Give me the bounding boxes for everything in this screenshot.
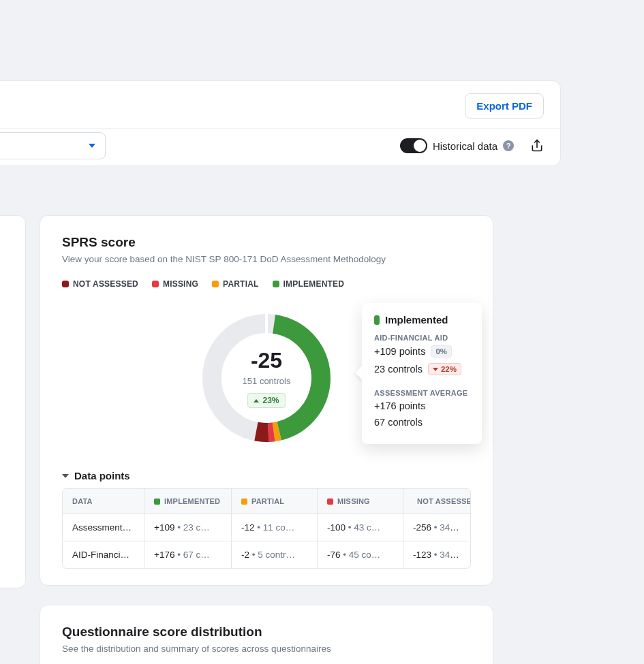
tooltip-pct-chip: 22% [428,363,461,375]
th-missing: MISSING [318,489,403,513]
header-dot-icon [327,499,333,505]
legend-partial: PARTIAL [212,279,259,289]
tooltip-group-label: ASSESSMENT AVERAGE [374,389,470,397]
th-not-assessed: NOT ASSESSED [403,489,470,513]
legend-dot-icon [62,281,69,287]
tooltip-points: +109 points [374,346,425,357]
sprs-card: SPRS score View your score based on the … [40,215,493,586]
legend-implemented: IMPLEMENTED [273,279,345,289]
legend-not-assessed: NOT ASSESSED [62,279,138,289]
td-not-assessed: -123 • 34 c… [403,541,470,568]
th-implemented: IMPLEMENTED [144,489,232,513]
card-title: Questionnaire score distribution [62,625,471,639]
tooltip-pct-chip: 0% [431,345,452,358]
tooltip-controls: 67 controls [374,417,423,428]
legend-missing: MISSING [152,279,198,289]
donut-center: -25 151 controls 23% [196,307,337,449]
td-partial: -12 • 11 co… [232,514,318,541]
header-dot-icon [154,499,160,505]
toggle-knob [414,140,426,152]
table-row[interactable]: AID-Financi… +176 • 67 c… -2 • 5 contr… … [63,541,470,568]
help-icon[interactable]: ? [503,140,514,151]
historical-data-label: Historical data [433,140,497,152]
historical-data-toggle[interactable] [400,138,427,153]
score-sub: 151 controls [243,376,291,386]
header-dot-icon [241,499,247,505]
td-not-assessed: -256 • 340… [403,514,470,541]
card-title: SPRS score [62,235,471,250]
donut-chart: -25 151 controls 23% [196,307,337,449]
filter-select[interactable] [0,132,106,159]
th-data: DATA [63,489,144,513]
td-missing: -76 • 45 co… [318,541,403,568]
score-value: -25 [251,348,282,373]
legend: NOT ASSESSED MISSING PARTIAL IMPLEMENTED [62,279,471,289]
tooltip-controls: 23 controls [374,364,423,375]
table-row[interactable]: Assessment… +109 • 23 c… -12 • 11 co… -1… [63,514,470,541]
tooltip-group-label: AID-FINANCIAL AID [374,334,470,342]
export-pdf-button[interactable]: Export PDF [465,93,544,118]
top-panel: Export PDF Historical data ? [0,80,561,166]
td-implemented: +109 • 23 c… [144,514,232,541]
card-subtitle: See the distribution and summary of scor… [62,644,471,654]
tooltip-dot-icon [374,315,380,325]
td-data: Assessment… [63,514,144,541]
td-partial: -2 • 5 contr… [232,541,318,568]
card-subtitle: View your score based on the NIST SP 800… [62,254,471,264]
td-data: AID-Financi… [63,541,144,568]
data-points-table: DATA IMPLEMENTED PARTIAL MISSING NOT ASS… [62,488,471,569]
left-partial-card: SON [0,215,26,588]
legend-dot-icon [212,281,219,287]
legend-dot-icon [273,281,279,287]
td-missing: -100 • 43 c… [318,514,403,541]
caret-down-icon [62,474,69,478]
tooltip-title: Implemented [374,314,470,326]
questionnaire-card: Questionnaire score distribution See the… [40,605,493,664]
th-partial: PARTIAL [232,489,318,513]
share-icon[interactable] [530,139,544,153]
table-header: DATA IMPLEMENTED PARTIAL MISSING NOT ASS… [63,489,470,514]
data-points-toggle[interactable]: Data points [62,470,471,481]
legend-dot-icon [152,281,159,287]
td-implemented: +176 • 67 c… [144,541,232,568]
chevron-down-icon [89,144,95,148]
trend-badge: 23% [247,393,285,408]
tooltip-points: +176 points [374,400,425,411]
chart-tooltip: Implemented AID-FINANCIAL AID +109 point… [362,303,482,444]
